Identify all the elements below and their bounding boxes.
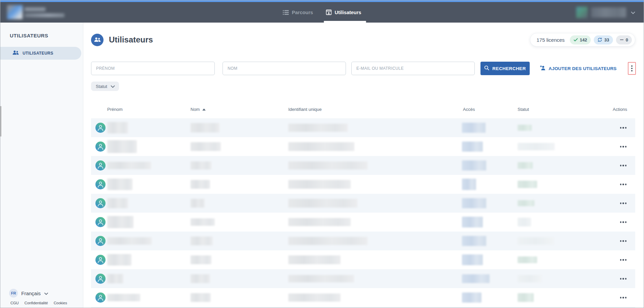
page-header: Utilisateurs bbox=[91, 34, 153, 46]
user-avatar-icon bbox=[95, 198, 106, 208]
redacted-ident-value bbox=[288, 237, 368, 245]
redacted-nom-value bbox=[191, 161, 211, 170]
row-actions-button[interactable] bbox=[619, 296, 628, 300]
search-button-label: RECHERCHER bbox=[492, 66, 526, 71]
row-actions-button[interactable] bbox=[619, 220, 628, 224]
redacted-ident-value bbox=[288, 180, 351, 189]
user-avatar-icon bbox=[95, 274, 106, 284]
licenses-count-label: 175 licences bbox=[536, 37, 564, 43]
user-avatar-icon bbox=[95, 142, 106, 152]
table-row[interactable] bbox=[91, 137, 635, 156]
table-row[interactable] bbox=[91, 213, 635, 232]
pending-licenses-value: 33 bbox=[604, 37, 609, 42]
column-header-statut[interactable]: Statut bbox=[518, 107, 529, 112]
table-row[interactable] bbox=[91, 118, 635, 137]
row-actions-button[interactable] bbox=[619, 239, 628, 243]
column-header-nom[interactable]: Nom bbox=[191, 107, 206, 112]
active-licenses-value: 142 bbox=[580, 37, 587, 42]
chevron-down-icon bbox=[44, 290, 48, 296]
language-selector[interactable]: FR Français bbox=[9, 289, 48, 298]
redacted-statut-value bbox=[518, 293, 534, 302]
redacted-prenom-value bbox=[107, 216, 134, 228]
column-header-prenom[interactable]: Prénom bbox=[107, 107, 123, 112]
redacted-nom-value bbox=[191, 123, 219, 132]
cookies-link[interactable]: Cookies bbox=[54, 301, 67, 305]
lastname-input[interactable] bbox=[223, 62, 346, 75]
redacted-prenom-value bbox=[107, 274, 123, 283]
redacted-prenom-value bbox=[107, 237, 152, 245]
user-menu[interactable] bbox=[576, 2, 635, 23]
row-actions-button[interactable] bbox=[619, 145, 628, 149]
inactive-licenses-badge: 0 bbox=[616, 35, 632, 44]
column-header-identifiant[interactable]: Identifiant unique bbox=[288, 107, 322, 112]
redacted-nom-value bbox=[191, 237, 213, 245]
user-avatar-icon bbox=[95, 179, 106, 189]
user-avatar bbox=[576, 7, 588, 18]
add-users-label: AJOUTER DES UTILISATEURS bbox=[549, 66, 617, 71]
active-licenses-badge: 142 bbox=[570, 35, 591, 44]
column-header-nom-label: Nom bbox=[191, 107, 200, 112]
row-actions-button[interactable] bbox=[619, 258, 628, 262]
redacted-prenom-value bbox=[107, 294, 140, 301]
redacted-ident-value bbox=[288, 142, 354, 151]
redacted-prenom-value bbox=[107, 162, 151, 169]
tab-utilisateurs[interactable]: Utilisateurs bbox=[326, 2, 361, 23]
cgu-link[interactable]: CGU bbox=[10, 301, 19, 305]
table-row[interactable] bbox=[91, 156, 635, 175]
table-row[interactable] bbox=[91, 175, 635, 194]
status-filter-dropdown[interactable]: Statut bbox=[91, 82, 119, 91]
redacted-prenom-value bbox=[107, 179, 133, 190]
table-row[interactable] bbox=[91, 269, 635, 288]
add-users-button[interactable]: AJOUTER DES UTILISATEURS bbox=[540, 65, 617, 71]
language-badge: FR bbox=[9, 289, 18, 298]
redacted-statut-value bbox=[518, 162, 533, 169]
redacted-acces-value bbox=[462, 160, 486, 171]
sidebar-scrollbar[interactable] bbox=[0, 106, 1, 136]
sidebar-item-utilisateurs[interactable]: UTILISATEURS bbox=[0, 47, 81, 60]
redacted-prenom-value bbox=[107, 122, 128, 133]
row-actions-button[interactable] bbox=[619, 277, 628, 281]
redacted-acces-value bbox=[462, 274, 490, 283]
chevron-down-icon bbox=[111, 84, 115, 89]
column-header-acces[interactable]: Accès bbox=[463, 107, 475, 112]
app-logo[interactable] bbox=[7, 5, 64, 19]
confidentialite-link[interactable]: Confidentialité bbox=[24, 301, 48, 305]
language-label: Français bbox=[21, 290, 41, 296]
redacted-ident-value bbox=[288, 161, 368, 170]
parcours-icon bbox=[283, 10, 289, 15]
app-window: Parcours Utilisateurs bbox=[0, 0, 644, 308]
email-input[interactable] bbox=[351, 62, 475, 75]
users-icon bbox=[12, 50, 19, 56]
redacted-ident-value bbox=[288, 199, 357, 208]
row-actions-button[interactable] bbox=[619, 163, 628, 168]
redacted-ident-value bbox=[288, 275, 354, 282]
table-row[interactable] bbox=[91, 288, 635, 307]
redacted-ident-value bbox=[288, 218, 351, 226]
user-badge-icon bbox=[326, 9, 331, 15]
tab-parcours-label: Parcours bbox=[292, 10, 313, 15]
table-row[interactable] bbox=[91, 194, 635, 213]
user-avatar-icon bbox=[95, 292, 106, 303]
more-actions-button[interactable] bbox=[628, 62, 636, 75]
search-button[interactable]: RECHERCHER bbox=[480, 62, 530, 75]
redacted-nom-value bbox=[191, 293, 211, 302]
table-row[interactable] bbox=[91, 307, 635, 308]
row-actions-button[interactable] bbox=[619, 201, 628, 206]
table-row[interactable] bbox=[91, 250, 635, 269]
user-avatar-icon bbox=[95, 160, 106, 171]
row-actions-button[interactable] bbox=[619, 182, 628, 187]
redacted-ident-value bbox=[288, 124, 348, 132]
licenses-summary: 175 licences 142 bbox=[530, 33, 635, 47]
row-actions-button[interactable] bbox=[619, 126, 628, 130]
firstname-input[interactable] bbox=[91, 62, 215, 75]
redacted-prenom-value bbox=[107, 254, 131, 266]
redacted-statut-value bbox=[518, 200, 534, 206]
redacted-statut-value bbox=[518, 275, 542, 282]
inactive-licenses-value: 0 bbox=[626, 37, 628, 42]
sidebar-item-label: UTILISATEURS bbox=[23, 51, 53, 56]
tab-parcours[interactable]: Parcours bbox=[283, 2, 313, 23]
table-row[interactable] bbox=[91, 232, 635, 250]
redacted-statut-value bbox=[518, 237, 554, 245]
redacted-nom-value bbox=[191, 255, 211, 264]
sort-ascending-icon bbox=[202, 109, 206, 111]
